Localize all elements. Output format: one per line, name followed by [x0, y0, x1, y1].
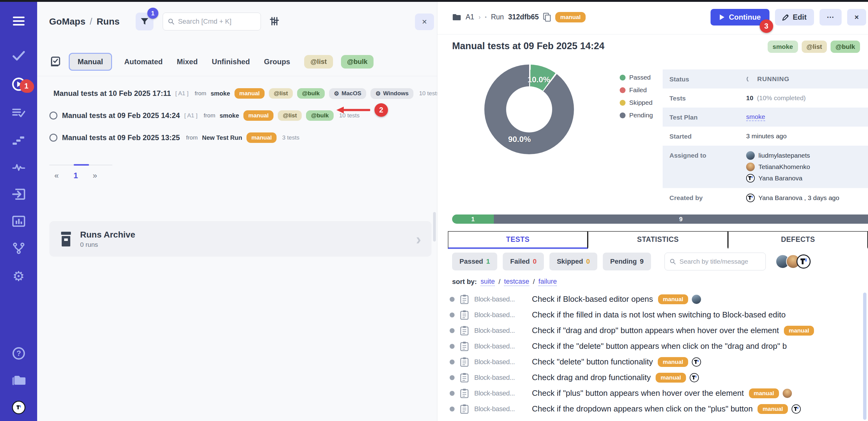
edit-button[interactable]: Edit — [775, 9, 814, 26]
menu-icon[interactable] — [11, 14, 26, 29]
tab-defects[interactable]: DEFECTS — [728, 231, 868, 249]
bulk-tag-badge: @bulk — [306, 110, 334, 121]
annotation-step-1: 1 — [20, 79, 33, 93]
sidebar: 1 ⚙ ? 1 — [0, 0, 37, 421]
test-row[interactable]: Block-based... Check if "drag and drop" … — [450, 322, 862, 338]
tab-manual[interactable]: Manual — [69, 53, 112, 71]
test-row[interactable]: Block-based... Check if "plus" button ap… — [450, 385, 862, 401]
breadcrumb-suite[interactable]: A1 — [466, 13, 474, 21]
started-value: 3 minutes ago — [746, 132, 787, 140]
manual-badge: manual — [243, 110, 274, 121]
avatar — [746, 163, 755, 171]
filter-pending[interactable]: Pending9 — [603, 253, 651, 271]
view-settings-icon[interactable] — [270, 16, 279, 27]
run-row[interactable]: Manual tests at 09 Feb 2025 13:25 from N… — [49, 127, 434, 149]
filter-button[interactable]: 1 — [136, 12, 153, 30]
filter-failed[interactable]: Failed0 — [503, 253, 544, 271]
test-row[interactable]: Block-based... Check if the dropdown app… — [450, 401, 862, 417]
annotation-step-3: 3 — [760, 19, 773, 33]
sign-in-icon[interactable] — [11, 187, 26, 202]
test-title: Check if Block-based editor opens — [532, 294, 653, 304]
run-breadcrumb: A1 › • Run 312dfb65 manual — [452, 12, 586, 22]
run-from-label: from — [204, 112, 215, 119]
test-row[interactable]: Block-based... Check drag and drop funct… — [450, 370, 862, 385]
tab-statistics[interactable]: STATISTICS — [588, 231, 728, 249]
help-icon[interactable]: ? — [11, 346, 26, 361]
test-row[interactable]: Block-based... Check if Block-based edit… — [450, 291, 862, 307]
copy-icon[interactable] — [543, 12, 551, 22]
logo-avatar[interactable] — [11, 400, 26, 415]
testcase-icon — [460, 294, 469, 304]
legend-failed: Failed — [620, 86, 653, 94]
assignee: liudmylastepanets — [746, 151, 810, 160]
folder-icon — [452, 13, 461, 21]
filter-skipped[interactable]: Skipped0 — [549, 253, 597, 271]
run-title: Manual tests at 09 Feb 2025 13:25 — [62, 133, 180, 142]
test-row[interactable]: Block-based... Check if the filled in da… — [450, 307, 862, 322]
list-tag[interactable]: @list — [802, 40, 827, 53]
steps-icon[interactable] — [11, 133, 26, 148]
tests-search — [664, 253, 766, 271]
runs-list-panel: GoMaps / Runs 1 × Manual Automated Mixed… — [37, 0, 437, 421]
manual-badge: manual — [658, 294, 688, 304]
pagination-page-1[interactable]: 1 — [73, 171, 78, 180]
sort-label: sort by: — [452, 278, 477, 286]
sort-by-failure[interactable]: failure — [538, 278, 557, 286]
run-details-table: Status RUNNING Tests 10(10% completed) T… — [663, 69, 868, 208]
pending-status-dot — [450, 391, 455, 396]
bulk-tag[interactable]: @bulk — [831, 40, 860, 53]
project-name[interactable]: GoMaps — [49, 16, 85, 27]
continue-button[interactable]: Continue 3 — [711, 9, 770, 26]
tab-groups[interactable]: Groups — [264, 57, 290, 66]
pagination-next[interactable]: » — [93, 171, 97, 180]
assignee-avatars[interactable] — [779, 254, 811, 269]
close-run-button[interactable]: × — [847, 9, 866, 26]
pending-status-dot — [450, 375, 455, 380]
run-source: smoke — [220, 112, 239, 119]
branch-icon[interactable] — [11, 241, 26, 256]
tests-search-input[interactable] — [680, 258, 761, 265]
test-row[interactable]: Block-based... Check "delete" button fun… — [450, 354, 862, 370]
tab-automated[interactable]: Automated — [124, 57, 163, 66]
chart-icon[interactable] — [11, 214, 26, 229]
tab-tag-bulk[interactable]: @bulk — [341, 55, 374, 68]
pending-status-dot — [450, 312, 455, 317]
run-row[interactable]: Manual tests at 10 Feb 2025 17:11 [ A1 ]… — [49, 82, 434, 105]
test-plan-link[interactable]: smoke — [746, 113, 765, 121]
chevron-right-icon: › — [478, 13, 480, 21]
runs-search-input[interactable] — [178, 18, 256, 26]
tab-tests[interactable]: TESTS — [448, 231, 588, 249]
breadcrumb-separator: / — [90, 16, 92, 27]
pulse-icon[interactable] — [11, 160, 26, 175]
select-runs-icon[interactable] — [49, 56, 61, 67]
gear-icon[interactable]: ⚙ — [11, 269, 26, 283]
smoke-tag[interactable]: smoke — [768, 40, 798, 53]
created-by-value: Yana Baranova , 3 days ago — [758, 194, 839, 202]
runs-archive-card[interactable]: Runs Archive 0 runs › — [50, 221, 432, 257]
scrollbar-thumb[interactable] — [863, 292, 866, 420]
pending-status-dot — [450, 406, 455, 412]
check-icon[interactable] — [11, 49, 26, 63]
sort-by-testcase[interactable]: testcase — [504, 278, 529, 286]
folder-icon[interactable] — [11, 373, 26, 388]
test-suite-name: Block-based... — [474, 295, 532, 303]
archive-title: Runs Archive — [80, 230, 135, 240]
manual-badge: manual — [656, 373, 686, 383]
donut-slice-label: 90.0% — [508, 135, 531, 144]
filter-passed[interactable]: Passed1 — [452, 253, 497, 271]
page-title: Runs — [97, 16, 120, 27]
progress-passed-segment: 1 — [452, 215, 494, 224]
tab-unfinished[interactable]: Unfinished — [212, 57, 250, 66]
sort-by-suite[interactable]: suite — [480, 278, 495, 286]
more-button[interactable]: ··· — [819, 9, 842, 26]
scrollbar-thumb[interactable] — [433, 212, 436, 242]
gear-icon: ⚙ — [334, 90, 339, 97]
close-panel-button[interactable]: × — [415, 13, 434, 30]
test-row[interactable]: Block-based... Check if the "delete" but… — [450, 338, 862, 354]
assignee: Yana Baranova — [746, 174, 810, 183]
pagination-prev[interactable]: « — [54, 171, 59, 180]
tab-tag-list[interactable]: @list — [304, 55, 333, 68]
tab-mixed[interactable]: Mixed — [177, 57, 198, 66]
donut-hole — [506, 86, 552, 133]
list-check-icon[interactable] — [11, 106, 26, 120]
